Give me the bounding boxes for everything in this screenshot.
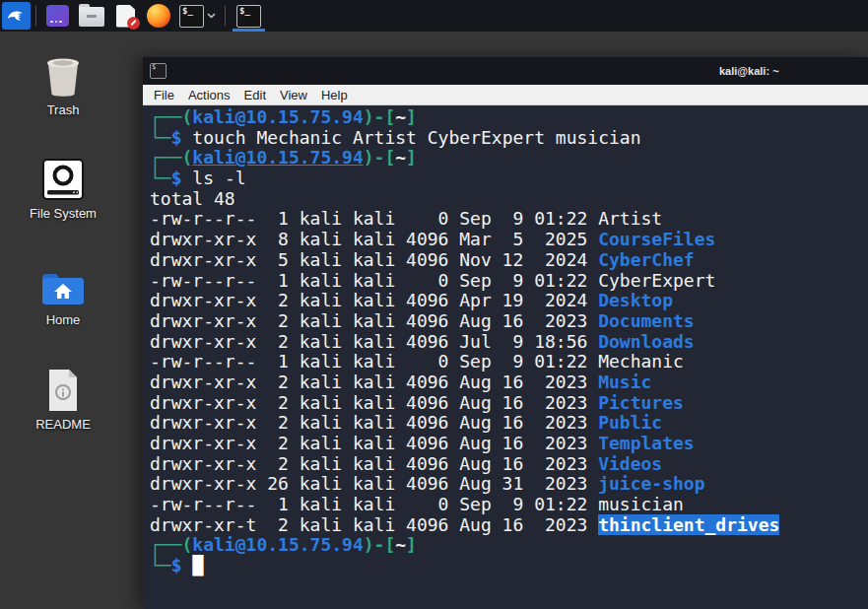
- terminal-line: -rw-r--r-- 1 kali kali 0 Sep 9 01:22 mus…: [150, 495, 868, 515]
- desktop-icon-file-system[interactable]: File System: [16, 153, 110, 221]
- desktop-icon-label: Home: [16, 312, 110, 327]
- folder-icon: [79, 7, 104, 27]
- terminal-window-button[interactable]: $_: [231, 0, 267, 32]
- hard-drive-icon: [16, 153, 110, 202]
- terminal-body[interactable]: ┌──(kali@10.15.75.94)-[~]└─$ touch Mecha…: [143, 105, 868, 609]
- terminal-line: drwxr-xr-x 2 kali kali 4096 Jul 9 18:56 …: [150, 332, 868, 353]
- trash-icon: [16, 49, 110, 99]
- terminal-line: drwxr-xr-x 8 kali kali 4096 Mar 5 2025 C…: [150, 230, 868, 250]
- desktop-icon-home[interactable]: Home: [16, 259, 110, 327]
- taskbar-separator: [35, 6, 36, 26]
- terminal-line: total 48: [150, 189, 868, 210]
- desktop-icon-label: README: [16, 417, 110, 432]
- menu-edit[interactable]: Edit: [237, 88, 273, 102]
- terminal-line: ┌──(kali@10.15.75.94)-[~]: [150, 148, 868, 169]
- firefox-launcher[interactable]: [147, 0, 170, 32]
- terminal-line: └─$ █: [150, 556, 868, 576]
- terminal-line: drwxr-xr-x 5 kali kali 4096 Nov 12 2024 …: [150, 250, 868, 271]
- terminal-icon: $_: [179, 5, 204, 28]
- desktop-icon-trash[interactable]: Trash: [16, 49, 110, 117]
- desktop: $_ $_ Trash: [0, 0, 868, 609]
- file-manager-launcher[interactable]: [79, 0, 104, 32]
- terminal-line: -rw-r--r-- 1 kali kali 0 Sep 9 01:22 Mec…: [150, 352, 868, 372]
- terminal-line: drwxr-xr-x 2 kali kali 4096 Aug 16 2023 …: [150, 454, 868, 475]
- terminal-line: -rw-r--r-- 1 kali kali 0 Sep 9 01:22 Art…: [150, 209, 868, 230]
- terminal-line: drwxr-xr-x 26 kali kali 4096 Aug 31 2023…: [150, 474, 868, 495]
- terminal-line: drwxr-xr-x 2 kali kali 4096 Apr 19 2024 …: [150, 291, 868, 311]
- terminal-line: drwxr-xr-x 2 kali kali 4096 Aug 16 2023 …: [150, 413, 868, 434]
- menu-help[interactable]: Help: [314, 88, 355, 102]
- terminal-launcher[interactable]: $_: [179, 0, 204, 32]
- terminal-line: └─$ touch Mechanic Artist CyberExpert mu…: [150, 128, 868, 149]
- terminal-line: drwxr-xr-x 2 kali kali 4096 Aug 16 2023 …: [150, 372, 868, 393]
- terminal-icon: $_: [236, 5, 261, 28]
- desktop-icon-label: Trash: [16, 102, 110, 117]
- home-folder-icon: [16, 259, 110, 308]
- taskbar: $_ $_: [0, 0, 868, 32]
- menu-actions[interactable]: Actions: [181, 88, 237, 102]
- terminal-window: $ kali@kali: ~ File Actions Edit View He…: [143, 57, 868, 609]
- terminal-line: ┌──(kali@10.15.75.94)-[~]: [150, 107, 868, 128]
- workspace-switcher-button[interactable]: [46, 0, 69, 32]
- desktop-icon-readme[interactable]: README: [16, 364, 110, 432]
- readme-file-icon: [16, 364, 110, 413]
- kali-dragon-icon: [5, 3, 28, 30]
- menu-view[interactable]: View: [273, 88, 314, 102]
- text-editor-launcher[interactable]: [116, 0, 135, 32]
- terminal-line: -rw-r--r-- 1 kali kali 0 Sep 9 01:22 Cyb…: [150, 271, 868, 292]
- terminal-line: └─$ ls -l: [150, 169, 868, 189]
- taskbar-separator: [225, 6, 226, 26]
- terminal-icon: $: [150, 63, 167, 79]
- terminal-line: drwxr-xr-x 2 kali kali 4096 Aug 16 2023 …: [150, 311, 868, 332]
- terminal-line: ┌──(kali@10.15.75.94)-[~]: [150, 535, 868, 556]
- kali-menu-button[interactable]: [2, 2, 31, 30]
- window-title: kali@kali: ~: [719, 65, 779, 77]
- desktop-icon-label: File System: [16, 206, 110, 221]
- terminal-line: drwxr-xr-x 2 kali kali 4096 Aug 16 2023 …: [150, 393, 868, 414]
- terminal-line: drwxr-xr-t 2 kali kali 4096 Aug 16 2023 …: [150, 515, 868, 536]
- menu-file[interactable]: File: [147, 88, 181, 102]
- workspace-icon: [46, 5, 69, 27]
- chevron-down-icon[interactable]: [207, 0, 216, 32]
- firefox-icon: [147, 4, 170, 28]
- document-edit-icon: [116, 5, 135, 28]
- window-titlebar[interactable]: $ kali@kali: ~: [143, 57, 868, 85]
- menu-bar: File Actions Edit View Help: [143, 85, 868, 105]
- terminal-line: drwxr-xr-x 2 kali kali 4096 Aug 16 2023 …: [150, 434, 868, 454]
